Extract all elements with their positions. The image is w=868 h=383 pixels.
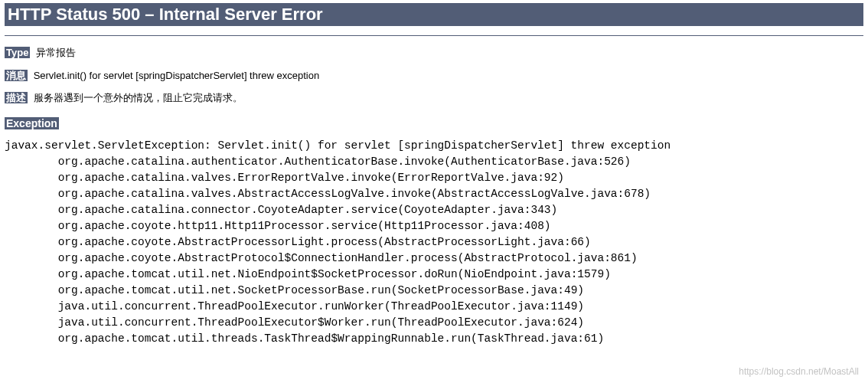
message-label: 消息	[5, 70, 28, 81]
description-value: 服务器遇到一个意外的情况，阻止它完成请求。	[34, 92, 243, 103]
page-title: HTTP Status 500 – Internal Server Error	[8, 5, 860, 25]
message-row: 消息 Servlet.init() for servlet [springDis…	[5, 68, 863, 83]
description-label: 描述	[5, 92, 28, 103]
type-row: Type 异常报告	[5, 45, 863, 61]
message-value: Servlet.init() for servlet [springDispat…	[34, 70, 320, 81]
error-title-bar: HTTP Status 500 – Internal Server Error	[5, 3, 863, 26]
description-row: 描述 服务器遇到一个意外的情况，阻止它完成请求。	[5, 90, 863, 106]
exception-header: Exception	[5, 116, 863, 130]
type-label: Type	[5, 47, 30, 58]
stack-trace: javax.servlet.ServletException: Servlet.…	[5, 138, 863, 347]
type-value: 异常报告	[36, 47, 76, 58]
exception-label: Exception	[5, 117, 59, 129]
divider-line	[5, 35, 863, 36]
